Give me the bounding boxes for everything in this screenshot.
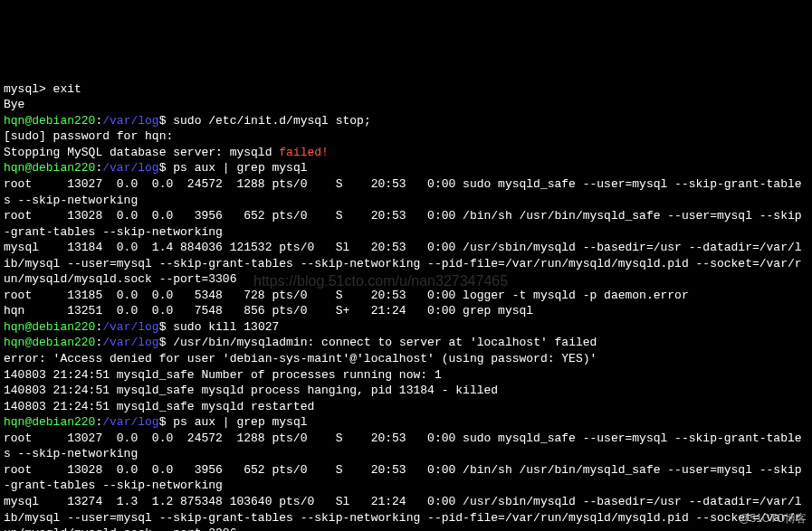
ps-row: root 13185 0.0 0.0 5348 728 pts/0 S 20:5… [4, 289, 689, 302]
line-prompt-ps2: hqn@debian220:/var/log$ ps aux | grep my… [4, 415, 308, 429]
terminal-output[interactable]: mysql> exit Bye hqn@debian220:/var/log$ … [4, 65, 808, 531]
line-error-access: error: 'Access denied for user 'debian-s… [4, 352, 597, 365]
line-stopping-failed: Stopping MySQL database server: mysqld f… [4, 146, 329, 159]
line-prompt-admin-err: hqn@debian220:/var/log$ /usr/bin/mysqlad… [4, 336, 597, 349]
line-sudo-pw: [sudo] password for hqn: [4, 129, 173, 143]
failed-text: failed! [279, 146, 329, 159]
line-safe-num: 140803 21:24:51 mysqld_safe Number of pr… [4, 368, 442, 382]
ps-row: root 13028 0.0 0.0 3956 652 pts/0 S 20:5… [4, 209, 802, 239]
prompt-path: /var/log [102, 114, 158, 128]
line-safe-hang: 140803 21:24:51 mysqld_safe mysqld proce… [4, 384, 498, 397]
line-mysql-exit: mysql> exit [4, 82, 81, 96]
prompt-userhost: hqn@debian220 [4, 114, 95, 128]
ps-row: mysql 13274 1.3 1.2 875348 103640 pts/0 … [4, 495, 802, 531]
footer-badge: @51CTO博客 [739, 511, 807, 526]
ps-row: root 13027 0.0 0.0 24572 1288 pts/0 S 20… [4, 177, 802, 207]
ps-row: root 13027 0.0 0.0 24572 1288 pts/0 S 20… [4, 431, 802, 461]
ps-row: hqn 13251 0.0 0.0 7548 856 pts/0 S+ 21:2… [4, 304, 533, 318]
line-bye: Bye [4, 98, 24, 111]
line-prompt-stop1: hqn@debian220:/var/log$ sudo /etc/init.d… [4, 114, 371, 128]
ps-row: mysql 13184 0.0 1.4 884036 121532 pts/0 … [4, 241, 802, 286]
line-prompt-ps1: hqn@debian220:/var/log$ ps aux | grep my… [4, 161, 308, 175]
ps-row: root 13028 0.0 0.0 3956 652 pts/0 S 20:5… [4, 463, 802, 493]
line-safe-restart: 140803 21:24:51 mysqld_safe mysqld resta… [4, 400, 314, 413]
line-prompt-kill: hqn@debian220:/var/log$ sudo kill 13027 [4, 320, 279, 334]
